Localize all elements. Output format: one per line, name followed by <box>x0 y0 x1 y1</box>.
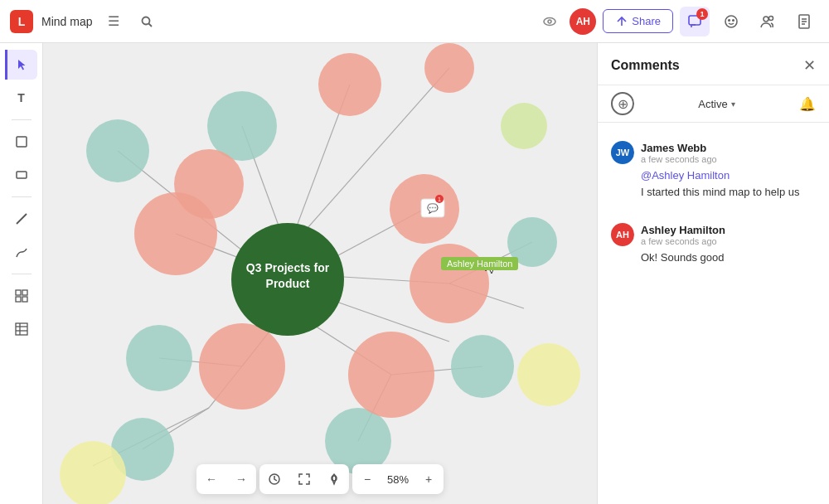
svg-rect-18 <box>16 290 21 295</box>
zoom-out-button[interactable]: − <box>352 464 382 494</box>
share-button[interactable]: Share <box>603 9 673 33</box>
svg-point-46 <box>86 119 149 182</box>
user-avatar-ah[interactable]: AH <box>570 8 596 35</box>
bottom-toolbar: ← → − 58% + <box>43 464 597 494</box>
people-button[interactable] <box>753 7 783 36</box>
svg-point-3 <box>548 20 551 23</box>
tool-separator-3 <box>12 274 32 274</box>
tool-separator-2 <box>12 196 32 197</box>
zoom-controls: − 58% + <box>352 464 444 494</box>
add-comment-button[interactable]: ⊕ <box>611 92 634 115</box>
svg-point-0 <box>143 17 150 24</box>
select-tool[interactable] <box>5 50 37 80</box>
close-comments-button[interactable]: ✕ <box>803 56 816 75</box>
comment-time: a few seconds ago <box>641 154 717 164</box>
header-left: L Mind map ☰ <box>10 8 127 35</box>
svg-point-53 <box>517 343 580 406</box>
svg-rect-20 <box>16 297 21 302</box>
hamburger-menu-button[interactable]: ☰ <box>100 8 127 35</box>
comments-panel: Comments ✕ ⊕ Active ▾ 🔔 JW James Webb a … <box>597 43 829 504</box>
text-tool[interactable]: T <box>7 83 36 113</box>
comment-author-row: AH Ashley Hamilton a few seconds ago <box>611 223 816 246</box>
comment-badge: 1 <box>696 8 708 20</box>
notifications-button[interactable]: 🔔 <box>799 96 816 112</box>
svg-rect-16 <box>17 172 27 178</box>
comment-avatar-ah: AH <box>611 223 634 246</box>
svg-point-8 <box>733 19 734 21</box>
comment-item: AH Ashley Hamilton a few seconds ago Ok!… <box>598 215 829 274</box>
nav-buttons: ← → <box>196 464 256 494</box>
comments-toolbar: ⊕ Active ▾ 🔔 <box>598 85 829 123</box>
history-button[interactable] <box>259 464 289 494</box>
view-buttons <box>259 464 349 494</box>
tool-separator-1 <box>12 119 32 120</box>
svg-text:Product: Product <box>266 277 310 290</box>
fullscreen-button[interactable] <box>289 464 319 494</box>
comment-author-row: JW James Webb a few seconds ago <box>611 141 816 164</box>
comment-body: Ok! Sounds good <box>641 251 724 264</box>
header-right: AH Share 1 <box>536 7 819 36</box>
zoom-in-button[interactable]: + <box>414 464 444 494</box>
left-toolbar: T <box>0 43 43 504</box>
svg-point-7 <box>729 19 730 21</box>
grid-tool[interactable] <box>7 281 36 311</box>
svg-point-54 <box>318 53 381 116</box>
svg-point-6 <box>725 16 737 27</box>
svg-point-58 <box>410 244 489 323</box>
view-button[interactable] <box>536 8 563 35</box>
location-button[interactable] <box>319 464 349 494</box>
comment-text: Ok! Sounds good <box>641 250 816 266</box>
search-button[interactable] <box>133 8 160 35</box>
svg-point-55 <box>424 43 474 93</box>
comment-time: a few seconds ago <box>641 236 725 246</box>
svg-point-60 <box>348 332 434 418</box>
svg-line-17 <box>17 214 27 224</box>
svg-point-2 <box>544 17 555 25</box>
canvas[interactable]: Q3 Projects for Product 💬 1 Ashley Hamil… <box>43 43 597 504</box>
svg-rect-15 <box>17 137 27 147</box>
comments-header: Comments ✕ <box>598 43 829 85</box>
svg-point-48 <box>451 335 514 398</box>
undo-button[interactable]: ← <box>196 464 226 494</box>
comment-author-name: James Webb <box>641 142 717 154</box>
emoji-button[interactable] <box>716 7 746 36</box>
svg-rect-21 <box>22 297 27 302</box>
svg-rect-19 <box>22 290 27 295</box>
comment-mention: @Ashley Hamilton <box>641 169 730 182</box>
svg-text:💬: 💬 <box>427 202 439 214</box>
svg-point-61 <box>174 149 244 219</box>
filter-arrow-icon: ▾ <box>731 99 735 109</box>
comments-title: Comments <box>611 58 680 73</box>
comment-avatar-jw: JW <box>611 141 634 164</box>
svg-point-10 <box>769 16 773 20</box>
comment-item: JW James Webb a few seconds ago @Ashley … <box>598 133 829 208</box>
header: L Mind map ☰ AH Share 1 <box>0 0 829 43</box>
document-button[interactable] <box>789 7 819 36</box>
pen-tool[interactable] <box>7 237 36 267</box>
filter-dropdown[interactable]: Active ▾ <box>698 98 734 110</box>
comments-list: JW James Webb a few seconds ago @Ashley … <box>598 123 829 504</box>
svg-point-9 <box>764 17 768 22</box>
comment-text: @Ashley Hamilton I started this mind map… <box>641 167 816 200</box>
svg-text:Q3 Projects for: Q3 Projects for <box>246 261 330 274</box>
filter-label: Active <box>698 98 727 110</box>
svg-text:1: 1 <box>438 196 441 202</box>
table-tool[interactable] <box>7 314 36 344</box>
line-tool[interactable] <box>7 204 36 234</box>
frame-tool[interactable] <box>7 127 36 157</box>
comment-author-name: Ashley Hamilton <box>641 224 725 236</box>
zoom-level: 58% <box>382 473 414 486</box>
app-logo: L <box>10 10 33 33</box>
shape-tool[interactable] <box>7 160 36 190</box>
svg-point-59 <box>199 323 285 410</box>
app-title: Mind map <box>41 15 92 28</box>
svg-line-1 <box>149 23 153 27</box>
svg-point-62 <box>507 217 557 267</box>
svg-point-50 <box>126 325 192 391</box>
comment-body: I started this mind map to help us <box>641 186 799 198</box>
redo-button[interactable]: → <box>226 464 256 494</box>
svg-rect-22 <box>16 323 27 335</box>
comments-button[interactable]: 1 <box>680 7 710 36</box>
svg-point-47 <box>501 103 547 149</box>
